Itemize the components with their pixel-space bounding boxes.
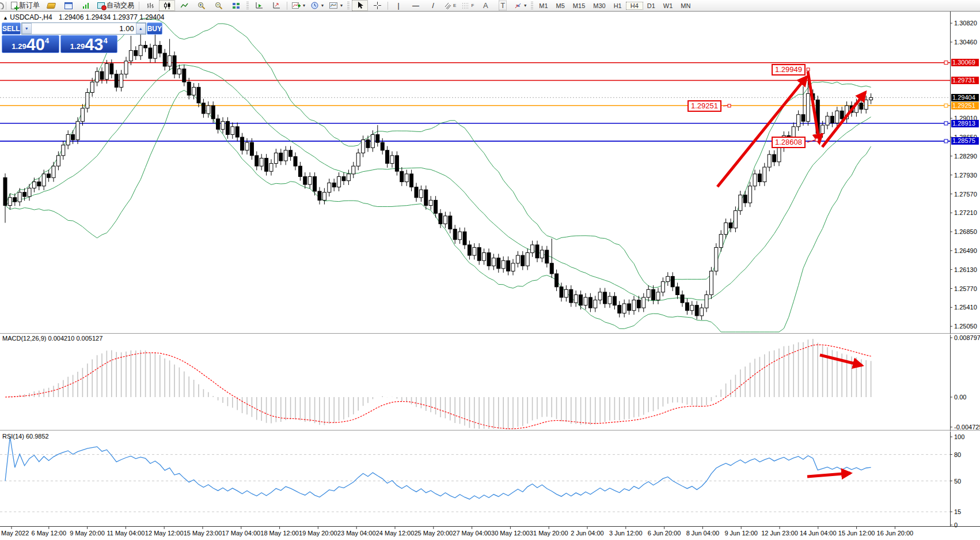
price-annotation[interactable]: 1.29251 xyxy=(687,100,721,112)
channel-button[interactable]: E xyxy=(442,0,458,11)
zoom-in-icon xyxy=(197,2,206,9)
rsi-label: RSI(14) 60.9852 xyxy=(2,433,49,440)
macd-signal-line xyxy=(5,345,871,429)
vertical-line-icon: | xyxy=(397,2,399,10)
sell-button[interactable]: SELL xyxy=(2,22,21,35)
new-order-button[interactable]: 新订单 xyxy=(9,0,42,11)
arrows-tool-button[interactable]: ▾ xyxy=(512,0,529,11)
autoscroll-icon xyxy=(255,2,263,9)
timeframe-m5[interactable]: M5 xyxy=(552,2,569,9)
price-annotation[interactable]: 1.29949 xyxy=(772,64,806,75)
indicators-caret[interactable]: ▾ xyxy=(303,3,305,8)
trend-arrow xyxy=(807,473,850,477)
new-order-label: 新订单 xyxy=(19,1,40,10)
rsi-line xyxy=(5,437,871,499)
buy-price-sup: 4 xyxy=(103,36,107,45)
buy-price-button[interactable]: 1.29434 xyxy=(60,35,118,53)
toolbar-grip xyxy=(531,2,533,10)
volume-stepper: ▼ ▲ xyxy=(21,22,146,35)
tile-windows-button[interactable] xyxy=(228,0,244,11)
buy-price-big: 43 xyxy=(85,37,103,52)
indicators-button[interactable]: ▾ xyxy=(290,0,307,11)
one-click-trading-panel: SELL ▼ ▲ BUY 1.29404 1.29434 xyxy=(2,22,117,53)
chart-canvas[interactable] xyxy=(0,0,980,540)
periods-button[interactable]: ▾ xyxy=(309,0,326,11)
signal-button[interactable] xyxy=(78,0,94,11)
timeframe-d1[interactable]: D1 xyxy=(643,2,659,9)
timeframe-w1[interactable]: W1 xyxy=(659,2,677,9)
data-window-button[interactable] xyxy=(60,0,77,11)
buy-button[interactable]: BUY xyxy=(147,22,162,35)
ohlc-low: 1.29377 xyxy=(112,13,137,21)
templates-button[interactable]: ▾ xyxy=(327,0,345,11)
autotrading-label: 自动交易 xyxy=(107,1,134,10)
collapse-arrow-icon[interactable]: ▲ xyxy=(3,15,8,21)
sell-price-prefix: 1.29 xyxy=(12,42,26,51)
cropped-zoom-icon xyxy=(0,2,4,9)
chart-shift-icon xyxy=(272,2,280,9)
line-chart-button[interactable] xyxy=(176,0,192,11)
trend-arrow xyxy=(820,355,862,365)
toolbar-separator xyxy=(287,2,287,10)
crosshair-button[interactable] xyxy=(369,0,385,11)
candlestick-button[interactable] xyxy=(159,0,175,11)
templates-caret[interactable]: ▾ xyxy=(340,3,343,8)
toolbar-grip xyxy=(246,2,249,10)
market-watch-icon xyxy=(47,3,56,9)
horizontal-line-button[interactable]: — xyxy=(408,0,424,11)
chart-plot xyxy=(0,0,980,540)
arrows-icon xyxy=(514,2,522,9)
cursor-icon xyxy=(357,2,363,9)
spinner-down-icon: ▼ xyxy=(25,27,29,31)
sell-price-sup: 4 xyxy=(45,36,49,45)
zoom-out-icon xyxy=(215,2,223,9)
fibonacci-letter: F xyxy=(471,3,474,8)
trendline-icon: / xyxy=(432,2,434,10)
tile-windows-icon xyxy=(233,3,240,9)
timeframe-mn[interactable]: MN xyxy=(677,2,694,9)
timeframe-h4[interactable]: H4 xyxy=(626,2,643,10)
market-watch-button[interactable] xyxy=(43,0,59,11)
ohlc-open: 1.29406 xyxy=(59,13,83,21)
mt4-window: 新订单 自动交易 xyxy=(0,0,980,540)
timeframe-m30[interactable]: M30 xyxy=(589,2,609,9)
timeframe-h1[interactable]: H1 xyxy=(610,2,626,9)
sell-price-button[interactable]: 1.29404 xyxy=(2,35,59,53)
toolbar-separator xyxy=(139,2,139,10)
autotrading-button[interactable]: 自动交易 xyxy=(95,0,136,11)
templates-icon xyxy=(329,2,338,9)
timeframe-m1[interactable]: M1 xyxy=(535,2,552,9)
fibonacci-icon xyxy=(462,2,469,9)
fibonacci-button[interactable]: F xyxy=(459,0,476,11)
spinner-up-icon: ▲ xyxy=(139,27,143,31)
signal-icon xyxy=(82,3,89,9)
autoscroll-button[interactable] xyxy=(251,0,267,11)
price-annotation[interactable]: 1.28608 xyxy=(772,137,806,148)
zoom-out-button[interactable] xyxy=(211,0,227,11)
chart-shift-button[interactable] xyxy=(268,0,284,11)
new-order-icon xyxy=(11,2,17,9)
bar-chart-button[interactable] xyxy=(142,0,158,11)
volume-increase-button[interactable]: ▲ xyxy=(136,23,146,34)
cursor-button[interactable] xyxy=(352,0,368,11)
arrows-caret[interactable]: ▾ xyxy=(524,3,526,8)
ohlc-close: 1.29404 xyxy=(139,13,164,21)
trendline-button[interactable]: / xyxy=(425,0,441,11)
toolbar-grip xyxy=(347,2,350,10)
periods-caret[interactable]: ▾ xyxy=(321,3,324,8)
label-button[interactable]: T xyxy=(495,0,511,11)
timeframe-m15[interactable]: M15 xyxy=(569,2,589,9)
channel-letter: E xyxy=(453,3,456,8)
volume-decrease-button[interactable]: ▼ xyxy=(22,23,32,34)
indicators-icon xyxy=(292,2,301,9)
text-button[interactable]: A xyxy=(477,0,493,11)
vertical-line-button[interactable]: | xyxy=(390,0,407,11)
buy-price-prefix: 1.29 xyxy=(70,42,85,51)
zoom-in-button[interactable] xyxy=(193,0,210,11)
volume-input[interactable] xyxy=(32,23,136,34)
periods-icon xyxy=(311,2,319,9)
timeframe-bar: M1M5M15M30H1H4D1W1MN xyxy=(535,2,694,10)
line-chart-icon xyxy=(181,2,188,9)
toolbar-separator xyxy=(6,2,6,10)
crosshair-icon xyxy=(374,2,381,9)
